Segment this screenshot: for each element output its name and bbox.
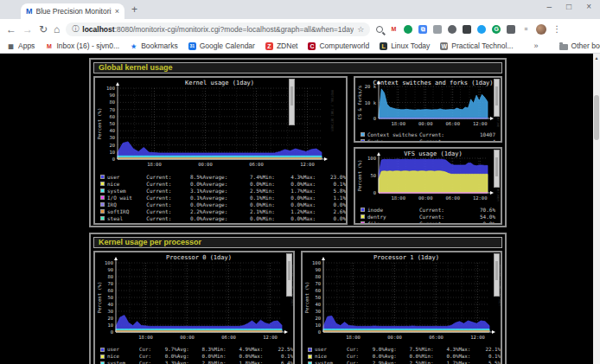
legend-color-swatch <box>100 216 105 220</box>
legend-stat: Min:0.0% <box>262 181 303 187</box>
maximize-button[interactable]: □ <box>566 2 571 11</box>
svg-text:60: 60 <box>107 288 113 293</box>
bookmark-star-icon[interactable]: ☆ <box>357 25 364 34</box>
svg-text:0: 0 <box>373 116 376 121</box>
url-bar[interactable]: ⓘ localhost:8080/monitorix-cgi/monitorix… <box>66 22 370 36</box>
star-icon: ★ <box>130 42 137 50</box>
svg-text:0: 0 <box>373 190 376 195</box>
legend-stat: Current:54.0% <box>419 214 495 220</box>
gmail-icon[interactable]: M <box>389 25 398 34</box>
legend-stat: Min:4.9% <box>214 347 252 352</box>
monitorix-favicon: M <box>26 8 33 16</box>
bookmark-item[interactable]: ▦Apps <box>7 42 35 50</box>
legend-stat: Min:4.3% <box>422 347 459 352</box>
svg-text:90: 90 <box>315 267 321 272</box>
legend-stat: Max:22.1% <box>458 347 501 352</box>
embedded-frame-scrollbar[interactable] <box>289 79 295 125</box>
svg-text:12:00: 12:00 <box>300 162 315 167</box>
tab-close-icon[interactable]: × <box>115 7 119 16</box>
legend-series-label: softIRQ <box>107 208 146 214</box>
legend-stat: Max:0.1% <box>251 354 293 359</box>
scrollbar-thumb[interactable] <box>594 95 599 140</box>
context-switches-legend: Context switchesCurrent:10407ForksCurren… <box>355 131 501 143</box>
svg-text:20: 20 <box>109 143 115 148</box>
gray-square-icon[interactable] <box>433 25 442 34</box>
bookmark-label: ZDNet <box>277 42 298 50</box>
legend-row: systemCurrent:3.1%Average:2.5%Min:1.7%Ma… <box>95 187 346 194</box>
legend-color-swatch <box>100 182 105 186</box>
embedded-frame-scrollbar[interactable] <box>494 79 500 117</box>
embedded-frame-scrollbar[interactable] <box>494 150 500 188</box>
page-scrollbar[interactable]: ▲ <box>593 54 600 364</box>
camera-icon[interactable] <box>448 25 456 34</box>
green-circle-icon[interactable]: G <box>492 25 501 34</box>
close-button[interactable]: × <box>586 2 591 11</box>
legend-row: Context switchesCurrent:10407 <box>355 131 501 137</box>
green-globe-icon[interactable] <box>404 25 412 34</box>
bookmark-item[interactable]: ★Bookmarks <box>130 42 178 50</box>
url-path: :8080/monitorix-cgi/monitorix.cgi?mode=l… <box>115 25 354 34</box>
reload-button[interactable]: ↻ <box>39 24 48 35</box>
legend-series-label: IRQ <box>107 201 146 208</box>
forward-button[interactable]: → <box>22 24 33 35</box>
bookmark-item[interactable]: CComputerworld <box>308 42 369 50</box>
legend-stat: Cur:2.9% <box>347 361 385 364</box>
puzzle-extensions-icon[interactable] <box>507 25 515 34</box>
embedded-frame-scrollbar[interactable] <box>286 253 292 297</box>
legend-stat: Min:4.3% <box>262 174 303 180</box>
other-bookmarks-button[interactable]: Other bookmarks <box>559 42 600 50</box>
processor0-chart: 010203040506070809010018:0000:0006:0012:… <box>95 252 294 342</box>
svg-text:12:00: 12:00 <box>263 335 278 340</box>
copy-pages-icon[interactable]: ⧉ <box>418 25 427 34</box>
magnifier-icon[interactable] <box>376 26 383 33</box>
bookmarks-overflow-chevron[interactable]: » <box>534 42 539 50</box>
legend-color-swatch <box>361 139 365 144</box>
legend-stat: Average:0.0% <box>202 222 262 226</box>
embedded-frame-scrollbar[interactable] <box>494 253 500 297</box>
svg-text:12:00: 12:00 <box>473 195 488 201</box>
browser-menu-icon[interactable]: ⋮ <box>552 24 561 34</box>
svg-text:Kernel usage (1day): Kernel usage (1day) <box>185 80 254 86</box>
legend-color-swatch <box>100 361 105 364</box>
bookmark-item[interactable]: ZZDNet <box>265 42 298 50</box>
reading-list-icon[interactable]: ≡ <box>521 25 530 34</box>
legend-series-label: user <box>107 347 139 352</box>
home-button[interactable]: ⌂ <box>54 24 60 35</box>
svg-text:0: 0 <box>318 329 321 335</box>
browser-tab[interactable]: M Blue Precision Monitorix × <box>21 3 124 19</box>
minimize-button[interactable]: – <box>547 2 552 11</box>
scrollbar-up-arrow[interactable]: ▲ <box>593 54 600 62</box>
legend-stat: Max:0.0% <box>303 215 346 221</box>
dark-square-icon[interactable] <box>463 25 471 34</box>
calendar-icon: 31 <box>188 42 196 50</box>
bookmark-item[interactable]: LLinux Today <box>380 42 430 50</box>
context_forks-chart: 010 k20 k18:0000:0006:0012:00Context swi… <box>355 78 501 127</box>
new-tab-button[interactable]: + <box>131 4 137 15</box>
legend-stat: Cur:9.7% <box>139 347 177 352</box>
legend-stat: Average:0.0% <box>202 181 262 187</box>
legend-series-label: steal <box>107 215 146 221</box>
blue-oval-icon[interactable] <box>477 25 486 34</box>
bookmark-label: Inbox (16) - sjvn0... <box>56 42 119 50</box>
wordpress-icon: W <box>440 42 448 50</box>
page-info-icon[interactable]: ⓘ <box>72 24 79 34</box>
legend-series-label: Forks <box>367 138 419 144</box>
profile-avatar[interactable] <box>536 24 546 35</box>
legend-color-swatch <box>308 361 312 364</box>
svg-text:Percent (%): Percent (%) <box>304 282 310 313</box>
bookmark-item[interactable]: 31Google Calendar <box>188 42 255 50</box>
svg-text:80: 80 <box>109 99 115 105</box>
svg-text:06:00: 06:00 <box>445 195 460 201</box>
back-button[interactable]: ← <box>6 24 16 35</box>
svg-text:00:00: 00:00 <box>180 335 195 340</box>
svg-text:100: 100 <box>105 260 113 265</box>
bookmark-label: Bookmarks <box>141 42 178 50</box>
svg-text:06:00: 06:00 <box>221 335 236 340</box>
bookmark-item[interactable]: WPractical Technol... <box>440 42 513 50</box>
legend-stat: Average:0.0% <box>202 215 262 221</box>
legend-stat: Current:70.6% <box>419 207 495 213</box>
legend-stat: Avg:0.0% <box>385 354 422 359</box>
svg-text:10: 10 <box>315 322 321 328</box>
bookmark-item[interactable]: MInbox (16) - sjvn0... <box>45 42 119 50</box>
processor0-graph-box: 010203040506070809010018:0000:0006:0012:… <box>93 251 295 364</box>
